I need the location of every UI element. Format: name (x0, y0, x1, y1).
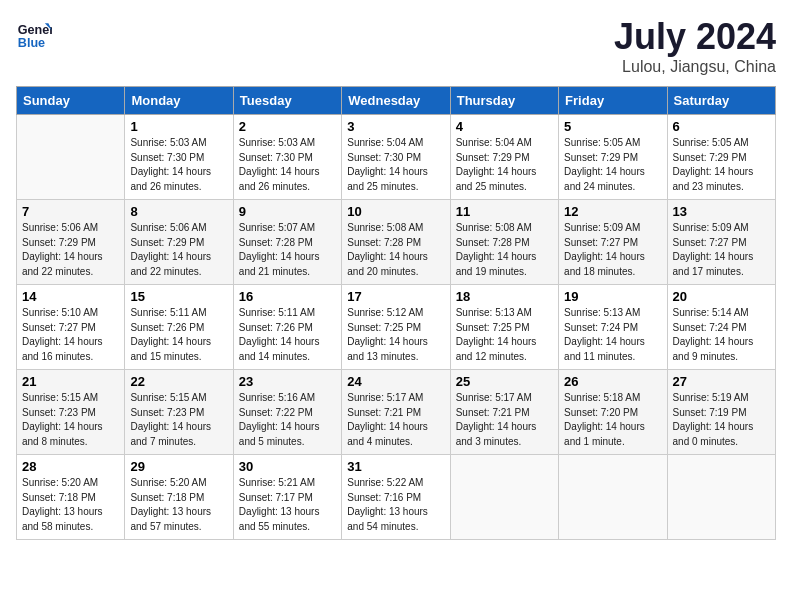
day-info: Sunrise: 5:17 AM Sunset: 7:21 PM Dayligh… (456, 391, 553, 449)
calendar-cell: 18Sunrise: 5:13 AM Sunset: 7:25 PM Dayli… (450, 285, 558, 370)
day-number: 21 (22, 374, 119, 389)
day-number: 4 (456, 119, 553, 134)
day-number: 30 (239, 459, 336, 474)
calendar-cell: 30Sunrise: 5:21 AM Sunset: 7:17 PM Dayli… (233, 455, 341, 540)
day-info: Sunrise: 5:07 AM Sunset: 7:28 PM Dayligh… (239, 221, 336, 279)
weekday-header-cell: Saturday (667, 87, 775, 115)
day-number: 23 (239, 374, 336, 389)
day-number: 5 (564, 119, 661, 134)
calendar-table: SundayMondayTuesdayWednesdayThursdayFrid… (16, 86, 776, 540)
day-number: 16 (239, 289, 336, 304)
weekday-header-cell: Wednesday (342, 87, 450, 115)
logo: General Blue (16, 16, 52, 52)
day-number: 14 (22, 289, 119, 304)
day-info: Sunrise: 5:20 AM Sunset: 7:18 PM Dayligh… (130, 476, 227, 534)
day-number: 19 (564, 289, 661, 304)
calendar-cell: 29Sunrise: 5:20 AM Sunset: 7:18 PM Dayli… (125, 455, 233, 540)
day-number: 9 (239, 204, 336, 219)
month-year-title: July 2024 (614, 16, 776, 58)
calendar-cell (17, 115, 125, 200)
calendar-cell: 12Sunrise: 5:09 AM Sunset: 7:27 PM Dayli… (559, 200, 667, 285)
calendar-cell: 14Sunrise: 5:10 AM Sunset: 7:27 PM Dayli… (17, 285, 125, 370)
calendar-cell: 28Sunrise: 5:20 AM Sunset: 7:18 PM Dayli… (17, 455, 125, 540)
day-number: 25 (456, 374, 553, 389)
day-info: Sunrise: 5:16 AM Sunset: 7:22 PM Dayligh… (239, 391, 336, 449)
calendar-cell: 20Sunrise: 5:14 AM Sunset: 7:24 PM Dayli… (667, 285, 775, 370)
day-number: 7 (22, 204, 119, 219)
day-number: 2 (239, 119, 336, 134)
day-info: Sunrise: 5:05 AM Sunset: 7:29 PM Dayligh… (673, 136, 770, 194)
day-number: 10 (347, 204, 444, 219)
day-number: 15 (130, 289, 227, 304)
calendar-cell: 8Sunrise: 5:06 AM Sunset: 7:29 PM Daylig… (125, 200, 233, 285)
day-info: Sunrise: 5:05 AM Sunset: 7:29 PM Dayligh… (564, 136, 661, 194)
day-number: 1 (130, 119, 227, 134)
calendar-cell: 4Sunrise: 5:04 AM Sunset: 7:29 PM Daylig… (450, 115, 558, 200)
calendar-cell: 19Sunrise: 5:13 AM Sunset: 7:24 PM Dayli… (559, 285, 667, 370)
calendar-cell: 26Sunrise: 5:18 AM Sunset: 7:20 PM Dayli… (559, 370, 667, 455)
calendar-week-row: 7Sunrise: 5:06 AM Sunset: 7:29 PM Daylig… (17, 200, 776, 285)
weekday-header-cell: Thursday (450, 87, 558, 115)
day-number: 3 (347, 119, 444, 134)
weekday-header-cell: Monday (125, 87, 233, 115)
day-info: Sunrise: 5:11 AM Sunset: 7:26 PM Dayligh… (130, 306, 227, 364)
calendar-cell: 13Sunrise: 5:09 AM Sunset: 7:27 PM Dayli… (667, 200, 775, 285)
logo-icon: General Blue (16, 16, 52, 52)
location-subtitle: Lulou, Jiangsu, China (614, 58, 776, 76)
day-info: Sunrise: 5:14 AM Sunset: 7:24 PM Dayligh… (673, 306, 770, 364)
calendar-cell (559, 455, 667, 540)
day-info: Sunrise: 5:13 AM Sunset: 7:25 PM Dayligh… (456, 306, 553, 364)
day-info: Sunrise: 5:03 AM Sunset: 7:30 PM Dayligh… (239, 136, 336, 194)
day-info: Sunrise: 5:15 AM Sunset: 7:23 PM Dayligh… (22, 391, 119, 449)
calendar-body: 1Sunrise: 5:03 AM Sunset: 7:30 PM Daylig… (17, 115, 776, 540)
calendar-week-row: 1Sunrise: 5:03 AM Sunset: 7:30 PM Daylig… (17, 115, 776, 200)
day-info: Sunrise: 5:21 AM Sunset: 7:17 PM Dayligh… (239, 476, 336, 534)
day-number: 8 (130, 204, 227, 219)
calendar-cell: 7Sunrise: 5:06 AM Sunset: 7:29 PM Daylig… (17, 200, 125, 285)
weekday-header-cell: Friday (559, 87, 667, 115)
calendar-cell: 23Sunrise: 5:16 AM Sunset: 7:22 PM Dayli… (233, 370, 341, 455)
calendar-cell (450, 455, 558, 540)
calendar-cell: 3Sunrise: 5:04 AM Sunset: 7:30 PM Daylig… (342, 115, 450, 200)
day-number: 26 (564, 374, 661, 389)
day-info: Sunrise: 5:09 AM Sunset: 7:27 PM Dayligh… (564, 221, 661, 279)
day-number: 12 (564, 204, 661, 219)
page-header: General Blue July 2024 Lulou, Jiangsu, C… (16, 16, 776, 76)
weekday-header-cell: Tuesday (233, 87, 341, 115)
calendar-cell: 22Sunrise: 5:15 AM Sunset: 7:23 PM Dayli… (125, 370, 233, 455)
day-info: Sunrise: 5:15 AM Sunset: 7:23 PM Dayligh… (130, 391, 227, 449)
calendar-week-row: 21Sunrise: 5:15 AM Sunset: 7:23 PM Dayli… (17, 370, 776, 455)
calendar-cell: 25Sunrise: 5:17 AM Sunset: 7:21 PM Dayli… (450, 370, 558, 455)
day-info: Sunrise: 5:08 AM Sunset: 7:28 PM Dayligh… (347, 221, 444, 279)
calendar-cell: 10Sunrise: 5:08 AM Sunset: 7:28 PM Dayli… (342, 200, 450, 285)
calendar-cell: 31Sunrise: 5:22 AM Sunset: 7:16 PM Dayli… (342, 455, 450, 540)
calendar-cell: 11Sunrise: 5:08 AM Sunset: 7:28 PM Dayli… (450, 200, 558, 285)
calendar-cell: 1Sunrise: 5:03 AM Sunset: 7:30 PM Daylig… (125, 115, 233, 200)
day-info: Sunrise: 5:12 AM Sunset: 7:25 PM Dayligh… (347, 306, 444, 364)
day-info: Sunrise: 5:09 AM Sunset: 7:27 PM Dayligh… (673, 221, 770, 279)
calendar-cell (667, 455, 775, 540)
day-number: 24 (347, 374, 444, 389)
svg-text:Blue: Blue (18, 36, 45, 50)
title-block: July 2024 Lulou, Jiangsu, China (614, 16, 776, 76)
day-number: 11 (456, 204, 553, 219)
day-info: Sunrise: 5:08 AM Sunset: 7:28 PM Dayligh… (456, 221, 553, 279)
day-number: 20 (673, 289, 770, 304)
calendar-cell: 17Sunrise: 5:12 AM Sunset: 7:25 PM Dayli… (342, 285, 450, 370)
day-info: Sunrise: 5:20 AM Sunset: 7:18 PM Dayligh… (22, 476, 119, 534)
day-info: Sunrise: 5:17 AM Sunset: 7:21 PM Dayligh… (347, 391, 444, 449)
day-number: 18 (456, 289, 553, 304)
calendar-cell: 2Sunrise: 5:03 AM Sunset: 7:30 PM Daylig… (233, 115, 341, 200)
day-info: Sunrise: 5:13 AM Sunset: 7:24 PM Dayligh… (564, 306, 661, 364)
calendar-cell: 21Sunrise: 5:15 AM Sunset: 7:23 PM Dayli… (17, 370, 125, 455)
calendar-cell: 27Sunrise: 5:19 AM Sunset: 7:19 PM Dayli… (667, 370, 775, 455)
day-number: 28 (22, 459, 119, 474)
day-info: Sunrise: 5:22 AM Sunset: 7:16 PM Dayligh… (347, 476, 444, 534)
day-info: Sunrise: 5:06 AM Sunset: 7:29 PM Dayligh… (130, 221, 227, 279)
day-number: 22 (130, 374, 227, 389)
day-info: Sunrise: 5:18 AM Sunset: 7:20 PM Dayligh… (564, 391, 661, 449)
weekday-header-cell: Sunday (17, 87, 125, 115)
day-info: Sunrise: 5:04 AM Sunset: 7:30 PM Dayligh… (347, 136, 444, 194)
day-number: 31 (347, 459, 444, 474)
day-number: 27 (673, 374, 770, 389)
